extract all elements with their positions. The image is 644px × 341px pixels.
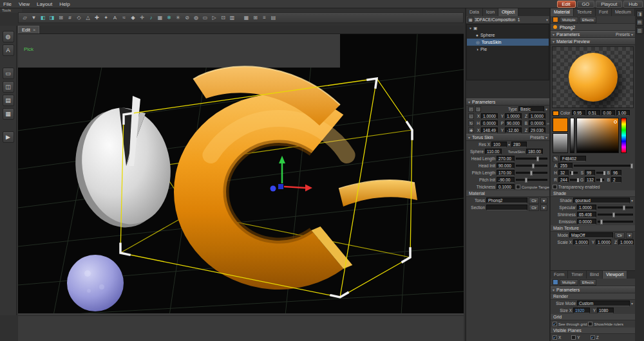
tab-medium[interactable]: Medium bbox=[612, 8, 635, 16]
hex-field[interactable]: F48402 bbox=[560, 156, 586, 161]
dock-icon-3[interactable]: ▥ bbox=[636, 27, 643, 34]
tool-icon-2[interactable]: ◧ bbox=[39, 14, 47, 22]
alpha-slider[interactable] bbox=[574, 165, 633, 167]
tool-icon-6[interactable]: ◇ bbox=[75, 14, 83, 22]
color-b-field[interactable]: 0.00 bbox=[601, 110, 615, 116]
section-material-field[interactable] bbox=[486, 205, 527, 210]
tool-icon-21[interactable]: ▷ bbox=[210, 14, 218, 22]
pitch-length-slider[interactable] bbox=[516, 172, 547, 174]
res-x-field[interactable]: 100 bbox=[491, 142, 507, 147]
expand-arrow-icon[interactable]: ▾ bbox=[469, 26, 471, 30]
green-field[interactable]: 132 bbox=[585, 177, 595, 183]
scale-x-field[interactable]: 1.0000 bbox=[481, 113, 498, 119]
composition-path[interactable]: 3DFACE/Composition_1 bbox=[475, 17, 545, 22]
pick-tool-icon[interactable]: ◍ bbox=[3, 31, 14, 42]
tool-icon-14[interactable]: ♪ bbox=[147, 14, 155, 22]
pitch-length-field[interactable]: 170.00 bbox=[497, 170, 515, 176]
tool-icon-17[interactable]: ✳ bbox=[174, 14, 182, 22]
scale-z-field[interactable]: 1.0000 bbox=[529, 113, 545, 119]
menu-file[interactable]: File bbox=[3, 1, 12, 7]
torus-material-field[interactable]: Phong2 bbox=[486, 198, 527, 203]
edit-mode-button[interactable]: Edit bbox=[557, 1, 576, 8]
tool-icon-4[interactable]: ⊞ bbox=[57, 14, 65, 22]
chevron-down-icon[interactable]: ▾ bbox=[540, 205, 547, 211]
emission-field[interactable]: 0.0000 bbox=[577, 219, 596, 225]
viewport-parameters-header[interactable]: ▾ Parameters bbox=[551, 286, 635, 293]
hue-field[interactable]: 32 bbox=[558, 170, 569, 176]
shininess-field[interactable]: 65.408 bbox=[577, 212, 596, 217]
saturation-value-square[interactable] bbox=[576, 118, 619, 153]
tab-data[interactable]: Data bbox=[466, 8, 483, 16]
blue-field[interactable]: 2 bbox=[611, 177, 621, 183]
tool-icon-9[interactable]: ✦ bbox=[102, 14, 110, 22]
red-field[interactable]: 244 bbox=[558, 177, 569, 183]
specular-slider[interactable] bbox=[598, 207, 633, 208]
effects-button[interactable]: Effects bbox=[580, 279, 596, 286]
menu-view[interactable]: View bbox=[19, 1, 30, 7]
tool-icon-22[interactable]: ⊡ bbox=[219, 14, 227, 22]
saturation-field[interactable]: 99 bbox=[585, 170, 595, 176]
show-rulers-checkbox[interactable] bbox=[588, 322, 592, 326]
tool-icon-15[interactable]: ▦ bbox=[156, 14, 164, 22]
playout-mode-button[interactable]: Playout bbox=[596, 1, 622, 8]
tool-icon-25[interactable]: ⊞ bbox=[251, 14, 260, 22]
texture-scale-x[interactable]: 1.0000 bbox=[573, 239, 589, 245]
tab-timer[interactable]: Timer bbox=[568, 271, 587, 279]
eyedropper-icon[interactable]: ✎ bbox=[553, 156, 559, 162]
rect-tool-icon[interactable]: ▭ bbox=[3, 68, 14, 79]
sphere-field[interactable]: 110.00 bbox=[485, 149, 502, 154]
tool-icon-27[interactable]: ▤ bbox=[269, 14, 278, 22]
color-swatch[interactable] bbox=[553, 111, 559, 116]
rotation-b-field[interactable]: 0.0000 bbox=[529, 120, 545, 126]
size-x-field[interactable]: 1920 bbox=[573, 308, 590, 313]
scale-icon[interactable]: ◱ bbox=[468, 113, 474, 119]
tab-form[interactable]: Form bbox=[551, 271, 568, 279]
tool-icon-18[interactable]: ⊘ bbox=[183, 14, 191, 22]
plane-z-checkbox[interactable]: ✓ bbox=[591, 335, 595, 340]
color-g-field[interactable]: 0.51 bbox=[587, 110, 600, 116]
size-y-field[interactable]: 1080 bbox=[597, 308, 614, 313]
torusskin-field[interactable]: 180.00 bbox=[526, 149, 543, 154]
effects-button[interactable]: Effects bbox=[580, 17, 596, 23]
tab-bind[interactable]: Bind bbox=[587, 271, 603, 279]
texture-scale-y[interactable]: 1.0000 bbox=[596, 239, 611, 245]
tree-item-torusskin[interactable]: ◎ TorusSkin bbox=[467, 39, 549, 46]
tree-root-row[interactable]: ▾ ▣ bbox=[467, 24, 549, 32]
menu-help[interactable]: Help bbox=[59, 1, 70, 7]
color-cursor[interactable] bbox=[614, 120, 617, 124]
go-mode-button[interactable]: GO bbox=[577, 1, 595, 8]
size-mode-select[interactable]: Custom bbox=[577, 300, 630, 306]
tool-icon-19[interactable]: ◍ bbox=[192, 14, 200, 22]
head-length-slider[interactable] bbox=[516, 158, 547, 160]
chevron-down-icon[interactable]: ▾ bbox=[545, 107, 547, 111]
chevron-down-icon[interactable]: ▾ bbox=[626, 232, 633, 239]
torus-skin-header[interactable]: ▾ Torus Skin Presets ▾ bbox=[466, 134, 549, 141]
viewport-tab-edit[interactable]: Edit × bbox=[18, 26, 39, 33]
tool-icon-5[interactable]: # bbox=[66, 14, 74, 22]
dock-icon-1[interactable]: ◨ bbox=[636, 10, 643, 17]
pitch-init-field[interactable]: -90.00 bbox=[497, 177, 515, 183]
texture-scale-z[interactable]: 1.0000 bbox=[618, 239, 634, 245]
material-preview[interactable] bbox=[552, 46, 634, 108]
rotation-p-field[interactable]: 90.000 bbox=[505, 120, 522, 126]
red-slider[interactable] bbox=[570, 179, 578, 181]
hierarchy-icon[interactable]: ▦ bbox=[468, 17, 473, 23]
scene-canvas[interactable] bbox=[18, 34, 464, 315]
material-parameters-header[interactable]: ▾ Parameters Presets ▾ bbox=[551, 31, 635, 38]
current-color-swatch[interactable] bbox=[553, 118, 568, 132]
head-init-field[interactable]: 90.000 bbox=[497, 163, 515, 169]
panel-tool-icon[interactable]: ▦ bbox=[3, 108, 14, 120]
tool-icon-23[interactable]: ▥ bbox=[228, 14, 236, 22]
tool-icon-12[interactable]: ◆ bbox=[129, 14, 137, 22]
res-y-field[interactable]: 280 bbox=[511, 142, 527, 147]
thickness-field[interactable]: 0.1000 bbox=[497, 184, 515, 190]
alpha-field[interactable]: 255 bbox=[558, 163, 573, 169]
tab-object[interactable]: Object bbox=[498, 8, 518, 16]
axis-mode-icon[interactable]: ◰ bbox=[468, 106, 474, 112]
tree-item-sphere[interactable]: ● Sphere bbox=[467, 32, 549, 39]
clear-button[interactable]: Clr bbox=[614, 232, 625, 239]
type-select[interactable]: Basic bbox=[518, 106, 544, 112]
chevron-down-icon[interactable]: ▾ bbox=[546, 17, 548, 22]
pivot-mode-icon[interactable]: ◲ bbox=[475, 106, 481, 112]
scale-y-field[interactable]: 1.0000 bbox=[505, 113, 522, 119]
